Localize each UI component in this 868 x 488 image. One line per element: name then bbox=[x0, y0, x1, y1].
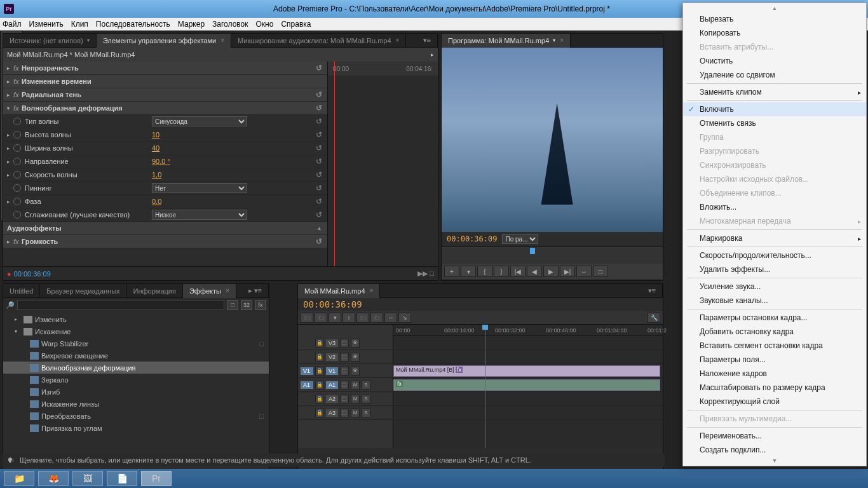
task-firefox[interactable]: 🦊 bbox=[38, 471, 69, 486]
view-button[interactable]: □ bbox=[227, 300, 238, 310]
close-icon[interactable]: × bbox=[396, 37, 400, 44]
context-menu-item[interactable]: Включить bbox=[683, 102, 866, 116]
toggle-button[interactable]: ⬚ bbox=[340, 339, 349, 348]
toggle-button[interactable]: ⬚ bbox=[340, 409, 349, 417]
context-menu-item[interactable]: Масштабировать по размеру кадра bbox=[683, 381, 866, 395]
menu-sequence[interactable]: Последовательность bbox=[96, 20, 170, 29]
timeline-playhead[interactable] bbox=[485, 325, 485, 448]
task-explorer[interactable]: 📁 bbox=[4, 471, 34, 486]
scroll-up-icon[interactable]: ▲ bbox=[683, 4, 866, 12]
effects-search-input[interactable] bbox=[17, 300, 224, 310]
context-menu-item[interactable]: Звуковые каналы... bbox=[683, 294, 866, 308]
play-button[interactable]: ▶ bbox=[543, 266, 559, 277]
fx-opacity[interactable]: ▸fxНепрозрачность↺ bbox=[3, 62, 327, 75]
lock-icon[interactable]: 🔒 bbox=[315, 409, 324, 417]
timeline-timecode[interactable]: 00:00:36:09 bbox=[298, 298, 663, 311]
sync-lock-button[interactable]: ⬚ bbox=[370, 313, 383, 323]
folder-distort[interactable]: ▾Искажение bbox=[3, 325, 269, 337]
reset-icon[interactable]: ↺ bbox=[316, 90, 322, 99]
stopwatch-icon[interactable] bbox=[13, 211, 21, 219]
menu-help[interactable]: Справка bbox=[281, 20, 311, 29]
program-playhead[interactable] bbox=[530, 248, 535, 254]
stopwatch-icon[interactable] bbox=[13, 118, 21, 125]
effect-transform[interactable]: Преобразовать□ bbox=[3, 410, 269, 422]
in-point-button[interactable]: { bbox=[477, 266, 492, 277]
lock-icon[interactable]: 🔒 bbox=[315, 367, 324, 376]
scroll-down-icon[interactable]: ▼ bbox=[683, 457, 866, 464]
lock-icon[interactable]: 🔒 bbox=[315, 339, 324, 348]
track-a1[interactable]: fx bbox=[393, 378, 663, 392]
tab-untitled[interactable]: Untitled bbox=[3, 284, 40, 298]
stopwatch-icon[interactable] bbox=[13, 171, 21, 179]
close-icon[interactable]: × bbox=[220, 37, 224, 44]
effect-corner-pin[interactable]: Привязка по углам bbox=[3, 422, 269, 434]
track-v3[interactable] bbox=[393, 336, 663, 350]
effect-lens-distortion[interactable]: Искажение линзы bbox=[3, 398, 269, 410]
wrench-icon[interactable]: ↘ bbox=[398, 313, 411, 323]
fx-volume[interactable]: ▸fxГромкость↺ bbox=[3, 235, 327, 248]
track-head-a2[interactable]: 🔒A2⬚MS bbox=[298, 392, 393, 406]
menu-file[interactable]: Файл bbox=[3, 20, 22, 29]
view-button[interactable]: 32 bbox=[241, 300, 252, 310]
program-timecode[interactable]: 00:00:36:09 bbox=[447, 234, 497, 243]
param-wave-width[interactable]: ▸Ширина волны40↺ bbox=[3, 142, 327, 155]
menu-window[interactable]: Окно bbox=[255, 20, 273, 29]
context-menu-item[interactable]: Скорость/продолжительность... bbox=[683, 248, 866, 262]
stopwatch-icon[interactable] bbox=[13, 158, 21, 165]
wave-type-select[interactable]: Синусоида bbox=[152, 116, 247, 126]
menu-title[interactable]: Заголовок bbox=[212, 20, 248, 29]
menu-clip[interactable]: Клип bbox=[71, 20, 88, 29]
mute-button[interactable]: M bbox=[351, 409, 360, 417]
eye-icon[interactable]: 👁 bbox=[351, 339, 360, 348]
task-document[interactable]: 📄 bbox=[107, 471, 137, 486]
clip-a1[interactable]: fx bbox=[393, 379, 660, 391]
program-view[interactable] bbox=[442, 48, 663, 232]
context-menu-item[interactable]: Вырезать bbox=[683, 12, 866, 26]
stopwatch-icon[interactable] bbox=[13, 144, 21, 152]
track-head-v3[interactable]: 🔒V3⬚👁 bbox=[298, 336, 393, 350]
context-menu-item[interactable]: Вложить... bbox=[683, 200, 866, 214]
param-wave-speed[interactable]: ▸Скорость волны1,0↺ bbox=[3, 168, 327, 182]
track-v1[interactable]: Мой MMail.Ru.mp4 [В] fx bbox=[393, 364, 663, 378]
param-wave-height[interactable]: ▸Высота волны10↺ bbox=[3, 128, 327, 142]
stopwatch-icon[interactable] bbox=[13, 198, 21, 205]
reset-icon[interactable]: ↺ bbox=[316, 104, 322, 112]
context-menu-item[interactable]: Очистить bbox=[683, 54, 866, 68]
overwrite-button[interactable]: ⬚ bbox=[356, 313, 369, 323]
toggle-button[interactable]: ⬚ bbox=[340, 367, 349, 376]
snap-button[interactable]: ⬚ bbox=[301, 313, 313, 323]
context-menu-item[interactable]: Маркировка bbox=[683, 231, 866, 245]
insert-button[interactable]: ↕ bbox=[342, 313, 355, 323]
track-a3[interactable] bbox=[393, 406, 663, 420]
linked-selection-button[interactable]: ⬚ bbox=[315, 313, 327, 323]
out-point-button[interactable]: } bbox=[494, 266, 509, 277]
panel-menu[interactable]: ▾≡ bbox=[380, 284, 663, 298]
panel-menu[interactable]: ▸ ▾≡ bbox=[236, 284, 269, 298]
track-head-v2[interactable]: 🔒V2⬚👁 bbox=[298, 350, 393, 364]
task-premiere[interactable]: Pr bbox=[141, 471, 172, 486]
view-button[interactable]: fx bbox=[255, 300, 266, 310]
fx-time-remap[interactable]: ▸fxИзменение времени bbox=[3, 75, 327, 88]
track-head-a1[interactable]: A1🔒A1⬚MS bbox=[298, 378, 393, 392]
marker-button[interactable]: ▾ bbox=[329, 313, 341, 323]
chevron-right-icon[interactable]: ▸ bbox=[431, 51, 434, 58]
tab-info[interactable]: Информация bbox=[127, 284, 183, 298]
add-marker-button[interactable]: + bbox=[444, 266, 459, 277]
context-menu-item[interactable]: Отменить связь bbox=[683, 116, 866, 130]
close-icon[interactable]: × bbox=[370, 287, 374, 294]
antialias-select[interactable]: Низкое bbox=[152, 210, 247, 220]
lock-icon[interactable]: 🔒 bbox=[315, 353, 324, 362]
timeline-ruler[interactable]: 00:00 00:00:16:00 00:00:32:00 00:00:48:0… bbox=[393, 325, 663, 336]
task-image[interactable]: 🖼 bbox=[72, 471, 103, 486]
step-back-button[interactable]: |◀ bbox=[510, 266, 526, 277]
fx-wave-warp[interactable]: ▾fxВолнообразная деформация↺ bbox=[3, 102, 327, 115]
menu-edit[interactable]: Изменить bbox=[29, 20, 64, 29]
panel-menu[interactable]: ▾≡ bbox=[406, 34, 438, 48]
effect-warp-stabilizer[interactable]: Warp Stabilizer□ bbox=[3, 337, 269, 349]
export-frame-button[interactable]: □ bbox=[593, 266, 608, 277]
context-menu-item[interactable]: Параметры остановки кадра... bbox=[683, 311, 866, 325]
solo-button[interactable]: S bbox=[362, 381, 370, 390]
track-v2[interactable] bbox=[393, 350, 663, 364]
context-menu-item[interactable]: Копировать bbox=[683, 26, 866, 40]
param-wave-type[interactable]: Тип волныСинусоида↺ bbox=[3, 115, 327, 128]
